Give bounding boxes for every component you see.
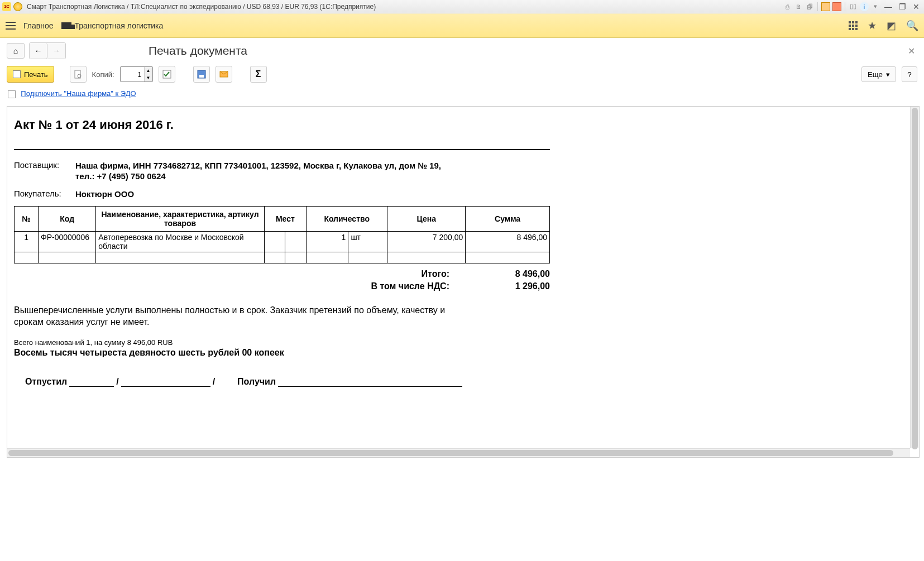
menu-logistics-label: Транспортная логистика <box>75 21 164 30</box>
copies-down[interactable]: ▼ <box>145 74 152 81</box>
copy-small-icon[interactable]: 🗐 <box>805 2 814 11</box>
dropdown-icon[interactable]: ▾ <box>871 2 880 11</box>
sign-received-label: Получил <box>237 377 276 387</box>
supplier-value: Наша фирма, ИНН 7734682712, КПП 77340100… <box>75 160 455 182</box>
col-name: Наименование, характеристика, артикул то… <box>96 207 264 232</box>
forward-button: → <box>47 43 65 59</box>
cell-num: 1 <box>15 232 39 252</box>
nav-bar: ⌂ ← → Печать документа ✕ <box>0 38 924 64</box>
sign-slash: / <box>116 377 118 387</box>
table-row: 1 ФР-00000006 Автоперевозка по Москве и … <box>15 232 550 252</box>
sum-words: Восемь тысяч четыреста девяносто шесть р… <box>14 348 738 358</box>
copies-up[interactable]: ▲ <box>145 67 152 74</box>
print-icon <box>13 70 21 78</box>
calendar-icon[interactable] <box>821 2 830 11</box>
print-small-icon[interactable]: ⎙ <box>783 2 792 11</box>
edo-link-row: Подключить "Наша фирма" к ЭДО <box>0 87 924 104</box>
sum-button[interactable]: Σ <box>250 66 267 83</box>
search-icon[interactable]: 🔍 <box>906 20 918 32</box>
doc-title: Акт № 1 от 24 июня 2016 г. <box>14 118 738 132</box>
col-places: Мест <box>264 207 306 232</box>
cell-places-a <box>264 232 285 252</box>
window-title: Смарт Транспортная Логистика / ТЛ:Специа… <box>27 3 376 11</box>
doc-small-icon[interactable]: 🗎 <box>794 2 803 11</box>
history-icon[interactable]: ◩ <box>887 20 896 32</box>
menu-home[interactable]: Главное <box>23 21 54 30</box>
vertical-scrollbar[interactable] <box>910 107 919 448</box>
sign-shipped-label: Отпустил <box>25 377 67 387</box>
help-icon: ? <box>907 70 911 79</box>
close-window-button[interactable]: ✕ <box>911 2 922 11</box>
table-check-icon <box>162 70 171 79</box>
back-button[interactable]: ← <box>30 43 47 59</box>
items-table: № Код Наименование, характеристика, арти… <box>14 206 550 263</box>
minimize-button[interactable]: — <box>882 2 894 11</box>
print-button-label: Печать <box>24 70 48 79</box>
action-toolbar: Печать Копий: ▲ ▼ Σ Еще ▾ ? <box>0 64 924 87</box>
cell-code: ФР-00000006 <box>39 232 96 252</box>
cell-qty: 1 <box>307 232 348 252</box>
col-code: Код <box>39 207 96 232</box>
help-button[interactable]: ? <box>902 66 917 82</box>
calendar-alt-icon[interactable] <box>832 2 841 11</box>
edo-link[interactable]: Подключить "Наша фирма" к ЭДО <box>21 89 136 98</box>
preview-button[interactable] <box>70 66 87 83</box>
favorites-icon[interactable]: ★ <box>868 20 877 32</box>
doc-divider <box>14 149 550 150</box>
total-label: Итого: <box>422 269 449 279</box>
svg-rect-4 <box>199 75 204 78</box>
totals: Итого: 8 496,00 В том числе НДС: 1 296,0… <box>14 269 550 291</box>
panels-icon[interactable]: ▯▯ <box>849 2 858 11</box>
save-button[interactable] <box>193 66 210 83</box>
more-button-label: Еще <box>868 70 883 79</box>
edo-icon <box>8 90 16 98</box>
signature-row: Отпустил / / Получил <box>14 377 738 387</box>
cell-price: 7 200,00 <box>387 232 466 252</box>
preview-scroll[interactable]: Акт № 1 от 24 июня 2016 г. Поставщик: На… <box>7 107 919 457</box>
sigma-icon: Σ <box>256 69 261 79</box>
export-excel-button[interactable] <box>159 66 175 83</box>
hamburger-icon[interactable] <box>6 22 16 30</box>
apps-icon[interactable] <box>849 21 858 30</box>
sign-line <box>69 377 114 387</box>
horizontal-scrollbar[interactable] <box>7 448 910 457</box>
email-button[interactable] <box>216 66 232 83</box>
sign-slash: / <box>213 377 215 387</box>
print-button[interactable]: Печать <box>7 66 54 83</box>
floppy-icon <box>197 70 206 79</box>
home-button[interactable]: ⌂ <box>7 43 25 59</box>
col-price: Цена <box>387 207 466 232</box>
disclaimer: Вышеперечисленные услуги выполнены полно… <box>14 305 461 328</box>
preview-icon <box>74 70 83 79</box>
maximize-button[interactable]: ❐ <box>897 2 908 11</box>
document: Акт № 1 от 24 июня 2016 г. Поставщик: На… <box>7 107 744 409</box>
table-row <box>15 252 550 263</box>
copies-label: Копий: <box>92 70 114 79</box>
menu-home-label: Главное <box>23 21 54 30</box>
sign-line <box>278 377 462 387</box>
chevron-down-icon: ▾ <box>886 70 890 79</box>
col-sum: Сумма <box>466 207 550 232</box>
copies-spinner[interactable]: ▲ ▼ <box>120 66 153 82</box>
supplier-label: Поставщик: <box>14 160 75 170</box>
table-header-row: № Код Наименование, характеристика, арти… <box>15 207 550 232</box>
cell-name: Автоперевозка по Москве и Московской обл… <box>96 232 264 252</box>
envelope-icon <box>219 70 228 79</box>
theme-switch-icon[interactable] <box>13 2 22 11</box>
cell-unit: шт <box>348 232 387 252</box>
info-icon[interactable]: i <box>860 2 869 11</box>
main-menu-bar: Главное Транспортная логистика ★ ◩ 🔍 <box>0 13 924 38</box>
more-button[interactable]: Еще ▾ <box>861 66 896 82</box>
title-bar: 1C Смарт Транспортная Логистика / ТЛ:Спе… <box>0 0 924 13</box>
preview-container: Акт № 1 от 24 июня 2016 г. Поставщик: На… <box>7 106 920 458</box>
menu-logistics[interactable]: Транспортная логистика <box>61 21 164 30</box>
sign-line <box>121 377 210 387</box>
app-icon: 1C <box>2 2 11 11</box>
cell-sum: 8 496,00 <box>466 232 550 252</box>
vat-value: 1 296,00 <box>483 281 550 291</box>
copies-input[interactable] <box>121 67 144 81</box>
page-title: Печать документа <box>149 44 247 57</box>
buyer-value: Ноктюрн ООО <box>75 189 134 200</box>
close-page-button[interactable]: ✕ <box>906 44 917 59</box>
total-value: 8 496,00 <box>483 269 550 279</box>
